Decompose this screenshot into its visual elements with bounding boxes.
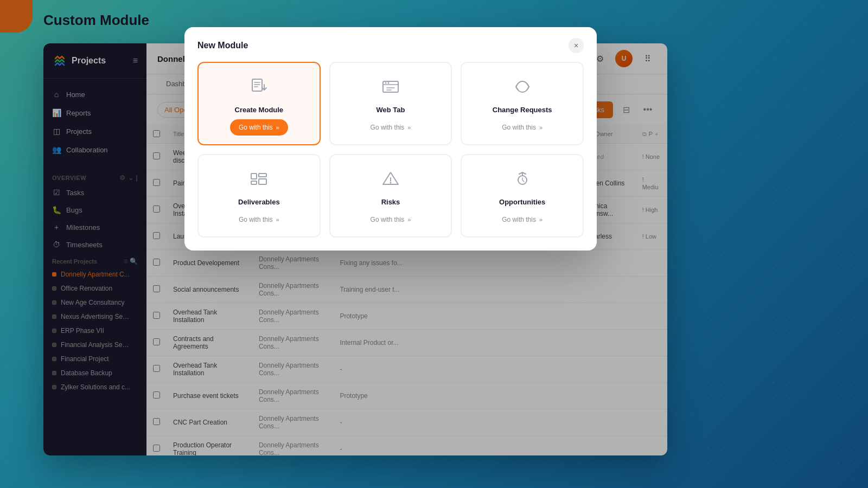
deliverables-name: Deliverables (238, 198, 280, 206)
chevron-right-icon: » (276, 216, 279, 223)
svg-point-3 (387, 82, 389, 84)
chevron-right-icon: » (539, 124, 542, 131)
svg-point-8 (390, 182, 391, 184)
close-icon: × (574, 41, 578, 50)
go-with-this-change-requests-button[interactable]: Go with this » (493, 119, 551, 136)
go-with-this-create-button[interactable]: Go with this » (230, 119, 288, 136)
go-with-this-deliverables-button[interactable]: Go with this » (230, 211, 288, 228)
create-module-name: Create Module (235, 106, 284, 114)
modal-header: New Module × (184, 27, 597, 62)
module-card-create[interactable]: Create Module Go with this » (197, 62, 321, 145)
module-card-webtab[interactable]: Web Tab Go with this » (329, 62, 452, 145)
go-with-this-webtab-button[interactable]: Go with this » (362, 119, 420, 136)
go-with-this-opportunities-button[interactable]: Go with this » (493, 211, 551, 228)
create-module-icon (248, 76, 270, 100)
module-card-change-requests[interactable]: Change Requests Go with this » (461, 62, 584, 145)
modal-close-button[interactable]: × (569, 38, 584, 53)
go-label: Go with this (239, 216, 273, 223)
change-requests-icon (512, 76, 533, 100)
chevron-right-icon: » (539, 216, 542, 223)
go-label: Go with this (502, 124, 536, 131)
modal-grid: Create Module Go with this » Web Tab Go … (184, 62, 597, 251)
go-label: Go with this (502, 216, 536, 223)
module-card-opportunities[interactable]: Opportunities Go with this » (461, 154, 584, 237)
chevron-right-icon: » (276, 124, 279, 131)
svg-rect-7 (259, 179, 266, 184)
risks-module-icon (380, 168, 401, 192)
chevron-right-icon: » (407, 216, 411, 223)
web-tab-icon (380, 76, 401, 100)
go-label: Go with this (371, 216, 405, 223)
opportunities-icon (512, 168, 533, 192)
web-tab-name: Web Tab (376, 106, 405, 114)
opportunities-name: Opportunities (499, 198, 545, 206)
svg-point-2 (385, 82, 386, 84)
risks-module-name: Risks (381, 198, 400, 206)
modal-title: New Module (197, 41, 248, 50)
chevron-right-icon: » (407, 124, 411, 131)
go-with-this-risks-button[interactable]: Go with this » (362, 211, 420, 228)
svg-rect-0 (252, 79, 262, 91)
svg-rect-5 (251, 181, 257, 184)
module-card-risks[interactable]: Risks Go with this » (329, 154, 452, 237)
module-card-deliverables[interactable]: Deliverables Go with this » (197, 154, 321, 237)
svg-rect-6 (259, 174, 266, 177)
deliverables-icon (248, 168, 270, 192)
go-label: Go with this (239, 124, 273, 131)
svg-rect-4 (251, 174, 257, 179)
new-module-modal: New Module × Create Module Go with this … (184, 27, 597, 251)
change-requests-name: Change Requests (493, 106, 552, 114)
go-label: Go with this (371, 124, 405, 131)
